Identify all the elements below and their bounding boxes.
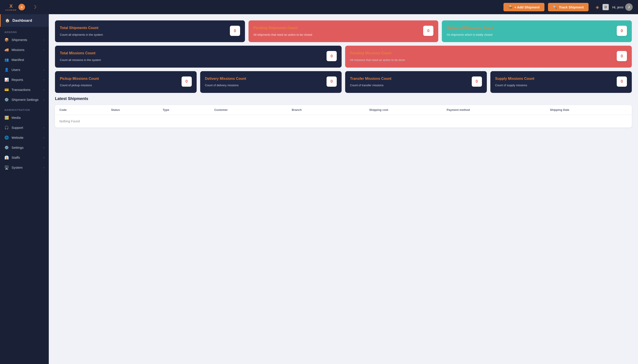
- sidebar-item-manifest[interactable]: 👥 Manifest: [0, 55, 49, 65]
- col-type: Type: [163, 108, 214, 112]
- transfer-missions-card: Transfer Missions Count Count of transfe…: [345, 71, 487, 93]
- pickup-missions-card: Pickup Missions Count Count of pickup mi…: [55, 71, 197, 93]
- sidebar-item-settings[interactable]: ⚙️ Settings ›: [0, 142, 49, 152]
- delivery-missions-desc: Count of delivery missions: [205, 83, 323, 88]
- total-missions-card: Total Missions Count Count all missions …: [55, 46, 342, 68]
- system-icon: 🖥️: [4, 165, 9, 170]
- media-icon: 🖼️: [4, 116, 9, 120]
- staffs-icon: 👔: [4, 156, 9, 160]
- sidebar-item-reports[interactable]: 📊 Reports ›: [0, 75, 49, 85]
- shipments-icon: 📦: [4, 38, 9, 42]
- shipments-table: Code Status Type Customer Branch Shippin…: [55, 105, 632, 128]
- settings-icon: ⚙️: [4, 146, 9, 150]
- delivered-shipments-card: Delivered Shipments Count All shipments …: [442, 20, 632, 42]
- delivery-missions-card: Delivery Missions Count Count of deliver…: [200, 71, 342, 93]
- sidebar-item-dashboard[interactable]: 🏠 Dashboard: [0, 14, 49, 27]
- chevron-right-icon: ›: [44, 88, 44, 91]
- latest-shipments-title: Latest Shipments: [55, 96, 632, 101]
- pending-missions-value: 0: [617, 51, 627, 61]
- sidebar-item-transactions[interactable]: 💳 Transactions ›: [0, 85, 49, 95]
- sidebar-item-shipments[interactable]: 📦 Shipments ›: [0, 35, 49, 45]
- avatar: J: [625, 3, 633, 11]
- reports-icon: 📊: [4, 78, 9, 82]
- sidebar-item-users[interactable]: 👤 Users ›: [0, 65, 49, 75]
- add-icon: 📦: [508, 5, 512, 9]
- chevron-right-icon: ›: [44, 136, 44, 139]
- pickup-missions-value: 0: [182, 76, 192, 87]
- pending-shipments-title: Pending Shipments Count: [254, 26, 420, 30]
- total-shipments-value: 0: [230, 26, 240, 36]
- transfer-missions-desc: Count of transfer missions: [350, 83, 468, 88]
- delivery-missions-value: 0: [326, 76, 337, 87]
- chevron-right-icon: ›: [44, 146, 44, 149]
- pending-missions-title: Pending Missions Count: [350, 51, 613, 56]
- manifest-icon: 👥: [4, 58, 9, 62]
- sidebar-item-system[interactable]: 🖥️ System ›: [0, 162, 49, 172]
- col-branch: Branch: [292, 108, 369, 112]
- total-shipments-card: Total Shipments Count Count all shipment…: [55, 20, 245, 42]
- website-icon: 🌐: [4, 136, 9, 140]
- track-shipment-button[interactable]: 🔍 Track Shipment: [548, 3, 588, 11]
- delivered-shipments-value: 0: [617, 26, 627, 36]
- pending-shipments-card: Pending Shipments Count All shipments th…: [248, 20, 438, 42]
- chevron-right-icon: ›: [44, 156, 44, 159]
- transfer-missions-value: 0: [472, 76, 482, 87]
- col-customer: Customer: [214, 108, 292, 112]
- chevron-right-icon: ›: [44, 48, 44, 52]
- supply-missions-value: 0: [617, 76, 627, 87]
- total-shipments-title: Total Shipments Count: [60, 26, 226, 30]
- sidebar-item-shipment-settings[interactable]: ⚙️ Shipment Settings ›: [0, 95, 49, 105]
- total-missions-value: 0: [326, 51, 337, 61]
- user-info: Hi, jemi J: [612, 3, 633, 11]
- pending-shipments-desc: All shipments that need an action to be …: [254, 32, 420, 37]
- supply-missions-title: Supply Missions Count: [495, 76, 614, 81]
- missions-icon: 🚚: [4, 48, 9, 52]
- delivered-shipments-title: Delivered Shipments Count: [447, 26, 613, 30]
- layout: 🏠 Dashboard ADDONS 📦 Shipments › 🚚 Missi…: [0, 14, 638, 364]
- delivery-missions-title: Delivery Missions Count: [205, 76, 323, 81]
- support-icon: 🎧: [4, 126, 9, 130]
- pending-missions-card: Pending Missions Count All missions that…: [345, 46, 632, 68]
- transfer-missions-title: Transfer Missions Count: [350, 76, 468, 81]
- logo-sub: COURIER: [5, 9, 17, 11]
- chevron-right-icon: ›: [44, 166, 44, 169]
- stats-row-2: Total Missions Count Count all missions …: [55, 46, 632, 68]
- pending-missions-desc: All missions that need an action to be d…: [350, 58, 613, 62]
- col-payment-method: Payment method: [447, 108, 550, 112]
- sidebar-item-media[interactable]: 🖼️ Media: [0, 112, 49, 122]
- diamond-icon: ◈: [596, 4, 599, 10]
- total-missions-title: Total Missions Count: [60, 51, 323, 56]
- sidebar-item-website[interactable]: 🌐 Website ›: [0, 132, 49, 142]
- sidebar-item-missions[interactable]: 🚚 Missions ›: [0, 45, 49, 55]
- stats-row-1: Total Shipments Count Count all shipment…: [55, 20, 632, 42]
- notification-bell-button[interactable]: ☽: [32, 4, 36, 10]
- addons-section-label: ADDONS: [0, 27, 49, 35]
- image-icon: 🖼: [602, 4, 609, 10]
- main-content: Total Shipments Count Count all shipment…: [49, 14, 638, 364]
- pickup-missions-title: Pickup Missions Count: [60, 76, 178, 81]
- total-missions-desc: Count all missions in the system: [60, 58, 323, 62]
- topnav: X COURIER X ☽ 📦 + Add Shipment 🔍 Track S…: [0, 0, 638, 14]
- admin-section-label: ADMINISTRATION: [0, 105, 49, 112]
- table-body: Nothing Found: [55, 115, 632, 128]
- transactions-icon: 💳: [4, 88, 9, 92]
- chevron-right-icon: ›: [44, 126, 44, 129]
- delivered-shipments-desc: All shipments which is totally closed: [447, 32, 613, 37]
- col-status: Status: [111, 108, 163, 112]
- table-header: Code Status Type Customer Branch Shippin…: [55, 105, 632, 115]
- sidebar-item-support[interactable]: 🎧 Support ›: [0, 122, 49, 132]
- bell-icon: ☽: [32, 4, 36, 10]
- chevron-right-icon: ›: [44, 38, 44, 42]
- topnav-right: ◈ 🖼 Hi, jemi J: [596, 3, 633, 11]
- col-code: Code: [60, 108, 111, 112]
- sidebar-item-staffs[interactable]: 👔 Staffs ›: [0, 152, 49, 162]
- sidebar: 🏠 Dashboard ADDONS 📦 Shipments › 🚚 Missi…: [0, 14, 49, 364]
- pending-shipments-value: 0: [423, 26, 434, 36]
- chevron-right-icon: ›: [44, 78, 44, 81]
- supply-missions-card: Supply Missions Count Count of supply mi…: [490, 71, 632, 93]
- pickup-missions-desc: Count of pickup missions: [60, 83, 178, 88]
- empty-message: Nothing Found: [60, 120, 627, 123]
- shipment-settings-icon: ⚙️: [4, 98, 9, 102]
- home-icon: 🏠: [5, 18, 10, 23]
- add-shipment-button[interactable]: 📦 + Add Shipment: [504, 3, 544, 11]
